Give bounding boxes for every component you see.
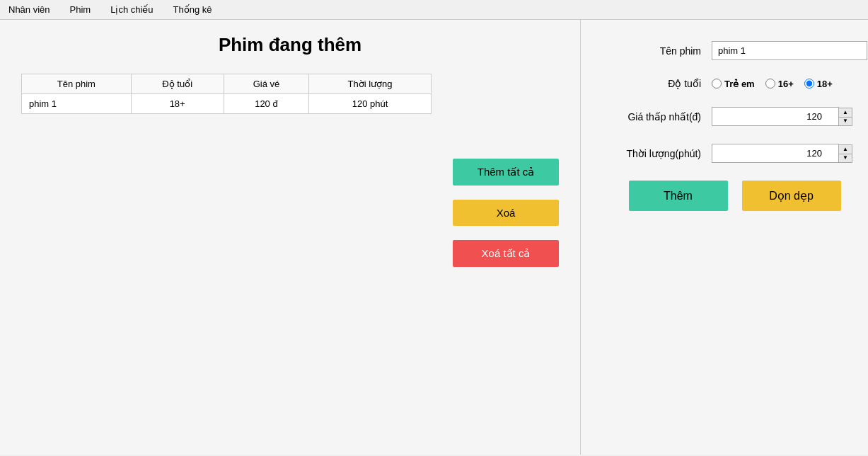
gia-spinner-buttons: ▲ ▼ (839, 108, 852, 126)
them-tat-ca-button[interactable]: Thêm tất cả (453, 159, 559, 186)
gia-spin-up[interactable]: ▲ (839, 108, 852, 117)
thoi-luong-spin-up[interactable]: ▲ (839, 145, 852, 154)
thoi-luong-spinner: ▲ ▼ (712, 144, 852, 163)
left-panel: Phim đang thêm Tên phim Độ tuổi Giá vé T… (0, 20, 581, 455)
form-row-ten-phim: Tên phim (602, 41, 867, 60)
menubar: Nhân viên Phim Lịch chiếu Thống kê (0, 0, 868, 20)
page-title: Phim đang thêm (21, 34, 559, 56)
gia-spin-down[interactable]: ▼ (839, 117, 852, 125)
form-buttons: Thêm Dọn dẹp (602, 181, 867, 211)
main-content: Phim đang thêm Tên phim Độ tuổi Giá vé T… (0, 20, 868, 455)
do-tuoi-label: Độ tuổi (602, 78, 701, 89)
radio-16plus[interactable]: 16+ (765, 79, 794, 89)
form-row-do-tuoi: Độ tuổi Trẻ em 16+ 18+ (602, 78, 867, 89)
radio-16plus-input[interactable] (765, 79, 775, 89)
thoi-luong-spinner-buttons: ▲ ▼ (839, 144, 852, 163)
thoi-luong-spin-down[interactable]: ▼ (839, 154, 852, 162)
ten-phim-label: Tên phim (602, 45, 701, 57)
data-table: Tên phim Độ tuổi Giá vé Thời lượng phim … (21, 74, 432, 114)
col-header-gia-ve: Giá vé (224, 74, 308, 94)
cell-do-tuoi: 18+ (131, 94, 224, 114)
xoa-tat-ca-button[interactable]: Xoá tất cả (453, 240, 559, 267)
them-button[interactable]: Thêm (629, 181, 728, 211)
don-dep-button[interactable]: Dọn dẹp (742, 181, 841, 211)
form-row-gia: Giá thấp nhất(đ) ▲ ▼ (602, 107, 867, 126)
thoi-luong-label: Thời lượng(phút) (602, 148, 701, 159)
radio-18plus-label: 18+ (817, 79, 833, 89)
table-row[interactable]: phim 1 18+ 120 đ 120 phút (22, 94, 432, 114)
radio-18plus-input[interactable] (804, 79, 814, 89)
action-buttons: Thêm tất cả Xoá Xoá tất cả (453, 159, 559, 267)
gia-label: Giá thấp nhất(đ) (602, 111, 701, 122)
radio-18plus[interactable]: 18+ (804, 79, 833, 89)
gia-input[interactable] (712, 107, 839, 126)
col-header-ten-phim: Tên phim (22, 74, 132, 94)
radio-tre-em[interactable]: Trẻ em (712, 79, 755, 89)
menu-thong-ke[interactable]: Thống kê (170, 3, 215, 16)
cell-ten-phim: phim 1 (22, 94, 132, 114)
col-header-do-tuoi: Độ tuổi (131, 74, 224, 94)
table-and-buttons: Tên phim Độ tuổi Giá vé Thời lượng phim … (21, 74, 559, 267)
menu-nhan-vien[interactable]: Nhân viên (6, 3, 53, 16)
form-row-thoi-luong: Thời lượng(phút) ▲ ▼ (602, 144, 867, 163)
cell-thoi-luong: 120 phút (309, 94, 432, 114)
col-header-thoi-luong: Thời lượng (309, 74, 432, 94)
xoa-button[interactable]: Xoá (453, 200, 559, 226)
ten-phim-input[interactable] (712, 41, 867, 60)
radio-tre-em-label: Trẻ em (724, 79, 755, 89)
radio-16plus-label: 16+ (778, 79, 794, 89)
cell-gia-ve: 120 đ (224, 94, 308, 114)
menu-phim[interactable]: Phim (67, 3, 94, 16)
radio-tre-em-input[interactable] (712, 79, 722, 89)
gia-spinner: ▲ ▼ (712, 107, 852, 126)
thoi-luong-input[interactable] (712, 144, 839, 163)
do-tuoi-radio-group: Trẻ em 16+ 18+ (712, 79, 833, 89)
right-panel: Tên phim Độ tuổi Trẻ em 16+ 18+ (581, 20, 868, 455)
table-wrapper: Tên phim Độ tuổi Giá vé Thời lượng phim … (21, 74, 432, 114)
menu-lich-chieu[interactable]: Lịch chiếu (108, 3, 156, 16)
